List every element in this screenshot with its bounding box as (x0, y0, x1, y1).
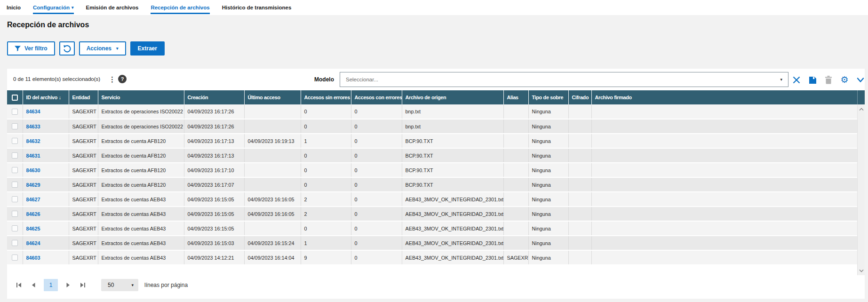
cell-creacion: 04/09/2023 14:12:21 (184, 250, 244, 265)
row-checkbox[interactable] (12, 138, 18, 144)
file-id-link[interactable]: 84631 (26, 153, 40, 159)
gear-icon[interactable]: ⚙ (840, 75, 849, 85)
select-all-checkbox[interactable] (12, 95, 18, 101)
nav-item-1[interactable]: Configuración▾ (33, 0, 73, 15)
refresh-button[interactable] (59, 41, 75, 56)
table-row: 84624SAGEXRTExtractos de cuentas AEB4304… (7, 236, 857, 250)
cell-accesos_con_errores: 0 (351, 104, 402, 119)
cell-archivo_origen: bnp.txt (402, 119, 503, 134)
column-header-3[interactable]: Creación (184, 90, 244, 104)
table-header-row: ID del archivo ↓EntidadServicioCreaciónÚ… (7, 90, 857, 104)
cell-cifrado (568, 236, 591, 250)
file-id-link[interactable]: 84632 (26, 138, 40, 144)
first-page-button[interactable] (15, 281, 23, 289)
column-header-9[interactable]: Tipo de sobre (528, 90, 568, 104)
file-id-link[interactable]: 84603 (26, 255, 40, 261)
row-checkbox[interactable] (12, 240, 18, 246)
cell-id: 84626 (23, 207, 69, 221)
cell-creacion: 04/09/2023 16:17:10 (184, 163, 244, 177)
row-checkbox[interactable] (12, 225, 18, 231)
acciones-button[interactable]: Acciones ▾ (79, 41, 126, 56)
chevron-down-icon: ▾ (116, 46, 119, 51)
table-row: 84634SAGEXRTExtractos de operaciones ISO… (7, 104, 857, 119)
column-header-6[interactable]: Accesos con errores (351, 90, 402, 104)
cell-archivo_firmado (591, 119, 857, 134)
cell-creacion: 04/09/2023 16:17:07 (184, 177, 244, 192)
row-checkbox[interactable] (12, 152, 18, 159)
next-page-button[interactable] (64, 281, 72, 289)
nav-item-0[interactable]: Inicio (7, 0, 21, 15)
column-header-2[interactable]: Servicio (98, 90, 184, 104)
previous-page-button[interactable] (29, 281, 38, 289)
row-checkbox[interactable] (12, 123, 18, 129)
page-size-select[interactable]: 50 ▾ (101, 279, 138, 291)
row-checkbox[interactable] (12, 196, 18, 202)
cell-alias (503, 148, 528, 163)
page-size-value: 50 (108, 282, 114, 288)
cell-archivo_firmado (591, 192, 857, 207)
help-icon[interactable]: ? (118, 75, 127, 83)
scroll-down-icon[interactable] (858, 267, 865, 274)
column-header-5[interactable]: Accesos sin errores (301, 90, 351, 104)
cell-cifrado (568, 207, 591, 221)
column-header-0[interactable]: ID del archivo ↓ (23, 90, 69, 104)
table-row: 84627SAGEXRTExtractos de cuentas AEB4304… (7, 192, 857, 207)
trash-icon[interactable] (824, 75, 833, 85)
cell-archivo_origen: AEB43_3MOV_OK_INTEGRIDAD_2301.txt (402, 250, 503, 265)
cell-cifrado (568, 104, 591, 119)
table-row: 84625SAGEXRTExtractos de cuentas AEB4304… (7, 221, 857, 236)
chevron-down-icon[interactable] (856, 75, 865, 85)
table-row: 84632SAGEXRTExtractos de cuenta AFB12004… (7, 134, 857, 148)
cell-entidad: SAGEXRT (69, 163, 98, 177)
nav-item-2[interactable]: Emisión de archivos (86, 0, 139, 15)
table-row: 84631SAGEXRTExtractos de cuenta AFB12004… (7, 148, 857, 163)
file-id-link[interactable]: 84629 (26, 182, 40, 188)
cell-ultimo_acceso: 04/09/2023 16:16:05 (244, 207, 301, 221)
nav-item-label: Configuración (33, 5, 70, 10)
file-id-link[interactable]: 84624 (26, 240, 40, 246)
kebab-menu-icon[interactable]: ⋮ (109, 74, 115, 85)
cell-alias (503, 177, 528, 192)
modelo-select[interactable]: Seleccionar... ▾ (340, 72, 788, 87)
recepcion-archivos-page: InicioConfiguración▾Emisión de archivosR… (0, 0, 868, 302)
column-header-4[interactable]: Último acceso (244, 90, 301, 104)
cell-cifrado (568, 192, 591, 207)
row-checkbox[interactable] (12, 254, 18, 261)
extraer-button[interactable]: Extraer (130, 41, 165, 56)
column-header-7[interactable]: Archivo de origen (402, 90, 503, 104)
ver-filtro-button[interactable]: Ver filtro (7, 41, 55, 56)
column-header-10[interactable]: Cifrado (568, 90, 591, 104)
scroll-up-icon[interactable] (858, 105, 865, 113)
nav-item-3[interactable]: Recepción de archivos (151, 0, 209, 15)
clear-selection-icon[interactable] (792, 75, 801, 85)
cell-ultimo_acceso (244, 163, 301, 177)
file-id-link[interactable]: 84625 (26, 226, 40, 231)
cell-alias (503, 104, 528, 119)
file-id-link[interactable]: 84627 (26, 197, 40, 202)
cell-accesos_con_errores: 0 (351, 134, 402, 148)
row-checkbox[interactable] (12, 167, 18, 173)
top-nav: InicioConfiguración▾Emisión de archivosR… (0, 0, 868, 15)
scrollbar-track[interactable] (857, 104, 865, 275)
file-id-link[interactable]: 84634 (26, 109, 40, 114)
row-checkbox[interactable] (12, 109, 18, 115)
file-id-link[interactable]: 84633 (26, 124, 40, 129)
nav-item-4[interactable]: Histórico de transmisiones (222, 0, 292, 15)
cell-accesos_sin_errores: 2 (301, 192, 351, 207)
save-icon[interactable] (808, 75, 817, 85)
column-header-1[interactable]: Entidad (69, 90, 98, 104)
row-checkbox[interactable] (12, 182, 18, 188)
last-page-button[interactable] (79, 281, 87, 289)
cell-archivo_firmado (591, 163, 857, 177)
row-checkbox[interactable] (12, 211, 18, 217)
file-id-link[interactable]: 84630 (26, 167, 40, 173)
column-header-8[interactable]: Alias (503, 90, 528, 104)
vertical-scrollbar[interactable] (857, 90, 865, 275)
cell-entidad: SAGEXRT (69, 192, 98, 207)
scrollbar-header-patch (857, 90, 865, 104)
cell-tipo_sobre: Ninguna (528, 104, 568, 119)
cell-servicio: Extractos de cuentas AEB43 (98, 250, 184, 265)
column-header-11[interactable]: Archivo firmado (591, 90, 857, 104)
page-number-button[interactable]: 1 (44, 279, 58, 291)
file-id-link[interactable]: 84626 (26, 211, 40, 217)
